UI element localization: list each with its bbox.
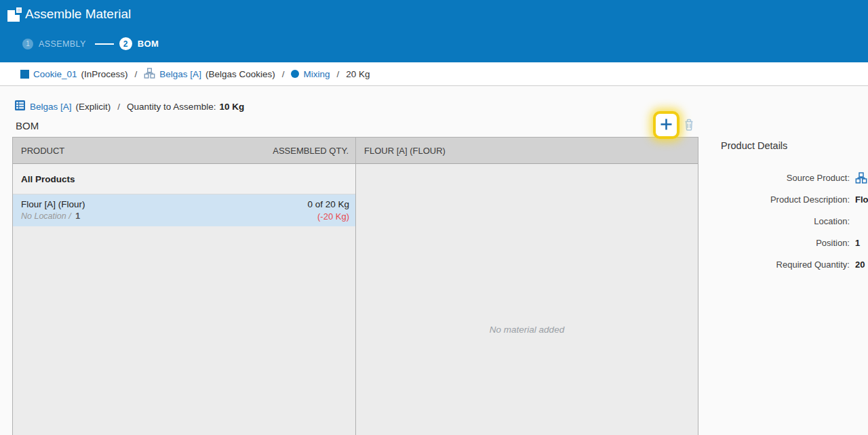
location-text: No Location: [21, 211, 66, 221]
field-value: 1: [855, 238, 860, 248]
table-icon: [15, 100, 25, 112]
sitemap-icon: [144, 68, 155, 81]
product-table-panel: PRODUCT ASSEMBLED QTY. All Products Flou…: [12, 137, 355, 435]
field-label: Product Description:: [699, 194, 850, 205]
product-name: Flour [A] (Flour): [21, 199, 85, 209]
page-title: Assemble Material: [25, 7, 131, 22]
step-indicator: 1 ASSEMBLY 2 BOM: [22, 37, 159, 50]
sitemap-icon: [855, 172, 867, 184]
breadcrumb-item-cookie: Cookie_01 (InProcess): [20, 69, 128, 79]
breadcrumb-annotation: (Belgas Cookies): [205, 69, 275, 79]
app-header: Assemble Material 1 ASSEMBLY 2 BOM: [0, 0, 868, 62]
assemble-material-page: { "header": { "title": "Assemble Materia…: [0, 0, 868, 435]
field-value: [855, 172, 867, 184]
field-label: Source Product:: [699, 173, 850, 183]
assembled-qty-value: 0 of 20 Kg: [307, 199, 349, 209]
field-position: Position: 1: [699, 232, 868, 253]
breadcrumb-link-belgas[interactable]: Belgas [A]: [159, 69, 201, 79]
product-square-icon: [20, 70, 29, 79]
step-connector: [95, 43, 114, 45]
product-details-panel: Product Details Source Product: Product …: [699, 137, 868, 435]
field-source-product: Source Product:: [699, 167, 868, 188]
quantity-to-assemble-label: Quantity to Assemble:: [127, 102, 216, 112]
breadcrumb: Cookie_01 (InProcess) / Belgas [A] (Belg…: [0, 62, 868, 86]
quantity-to-assemble-value: 10 Kg: [219, 102, 244, 112]
step-1-label: ASSEMBLY: [39, 39, 86, 49]
field-label: Position:: [699, 238, 850, 248]
location-separator: /: [68, 211, 71, 221]
delete-button[interactable]: [682, 118, 696, 131]
trash-icon: [682, 122, 696, 133]
add-material-button[interactable]: [653, 111, 679, 139]
location-position-text: No Location / 1: [21, 211, 80, 222]
breadcrumb-separator: /: [336, 69, 339, 79]
assembled-product-link[interactable]: Belgas [A]: [30, 102, 72, 112]
breadcrumb-item-belgas: Belgas [A] (Belgas Cookies): [144, 68, 275, 81]
step-bom[interactable]: 2 BOM: [119, 37, 159, 50]
column-header-assembled-qty: ASSEMBLED QTY.: [273, 146, 349, 156]
plus-icon: [660, 119, 672, 132]
breadcrumb-separator: /: [282, 69, 285, 79]
field-label: Location:: [699, 216, 850, 226]
column-header-product: PRODUCT: [21, 146, 64, 156]
all-products-row[interactable]: All Products: [13, 164, 355, 194]
breadcrumb-quantity: 20 Kg: [346, 69, 370, 79]
field-label: Required Quantity:: [699, 260, 850, 270]
operation-circle-icon: [291, 70, 299, 78]
material-panel-header: FLOUR [A] (FLOUR): [356, 137, 698, 164]
product-table-header: PRODUCT ASSEMBLED QTY.: [13, 137, 355, 164]
app-logo-icon: [7, 7, 22, 22]
breadcrumb-link-cookie[interactable]: Cookie_01: [33, 69, 77, 79]
step-2-circle: 2: [119, 37, 132, 50]
bom-panels: PRODUCT ASSEMBLED QTY. All Products Flou…: [12, 137, 698, 435]
product-details-title: Product Details: [721, 140, 787, 151]
field-location: Location:: [699, 210, 868, 232]
product-table-body: All Products Flour [A] (Flour) 0 of 20 K…: [13, 164, 355, 435]
empty-state-message: No material added: [356, 325, 698, 335]
material-panel-body: No material added: [356, 164, 698, 435]
step-1-circle: 1: [22, 39, 33, 49]
assembly-subheader: Belgas [A] (Explicit) / Quantity to Asse…: [15, 100, 244, 112]
breadcrumb-item-mixing: Mixing: [291, 69, 330, 79]
field-product-description: Product Description: Flo: [699, 188, 868, 210]
subheader-separator: /: [117, 102, 120, 112]
quantity-delta-badge: (-20 Kg): [317, 211, 349, 222]
breadcrumb-separator: /: [135, 69, 138, 79]
field-required-quantity: Required Quantity: 20: [699, 253, 868, 275]
bom-section-title: BOM: [16, 120, 39, 131]
step-assembly[interactable]: 1 ASSEMBLY: [22, 39, 86, 49]
material-panel-title: FLOUR [A] (FLOUR): [364, 146, 446, 156]
material-panel: FLOUR [A] (FLOUR) No material added: [355, 137, 698, 435]
breadcrumb-link-mixing[interactable]: Mixing: [303, 69, 330, 79]
table-row-flour[interactable]: Flour [A] (Flour) 0 of 20 Kg No Location…: [13, 194, 355, 226]
breadcrumb-annotation: (InProcess): [81, 69, 128, 79]
product-details-fields: Source Product: Product Description: Flo…: [699, 167, 868, 275]
position-value: 1: [75, 211, 80, 221]
step-2-label: BOM: [138, 39, 159, 49]
field-value: 20: [855, 260, 865, 270]
field-value: Flo: [855, 194, 868, 205]
assembled-product-annotation: (Explicit): [76, 102, 111, 112]
